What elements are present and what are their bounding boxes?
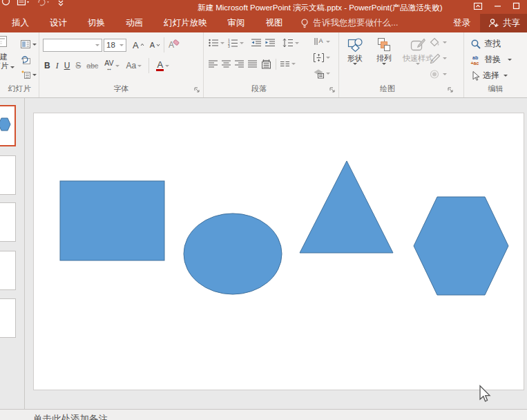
notes-pane[interactable]: 单击此处添加备注	[0, 409, 527, 420]
sign-in-button[interactable]: 登录	[443, 14, 480, 32]
paragraph-group-label: 段落	[204, 84, 314, 94]
window-controls	[473, 1, 520, 10]
tab-insert[interactable]: 插入	[1, 14, 39, 32]
shapes-button[interactable]: 形状	[341, 35, 370, 65]
section-button[interactable]	[20, 68, 37, 81]
increase-indent-button[interactable]	[264, 37, 276, 48]
tab-slideshow[interactable]: 幻灯片放映	[153, 14, 218, 32]
shrink-arrow-icon	[156, 43, 160, 47]
slide-thumbnail-5[interactable]	[0, 298, 16, 338]
bullets-icon	[208, 38, 219, 48]
shape-hexagon[interactable]	[414, 197, 508, 295]
distribute-text-button[interactable]	[260, 58, 273, 70]
shape-effects-button[interactable]	[430, 68, 447, 80]
clear-formatting-button[interactable]: A	[167, 39, 180, 51]
minimize-icon[interactable]	[494, 1, 501, 10]
font-size-combobox[interactable]: 18	[104, 39, 126, 52]
slide-canvas[interactable]	[33, 113, 524, 390]
undo-icon[interactable]	[37, 0, 50, 7]
align-center-icon	[221, 59, 231, 68]
shape-triangle[interactable]	[300, 161, 393, 253]
tab-design[interactable]: 设计	[39, 14, 77, 32]
character-spacing-button[interactable]: AV↔	[104, 59, 119, 73]
change-case-button[interactable]: Aa	[126, 60, 143, 71]
svg-text:ab: ab	[472, 55, 478, 60]
slides-group-label: 幻灯片	[0, 84, 39, 94]
grow-font-button[interactable]: A	[132, 39, 145, 51]
replace-button[interactable]: ab+ac 替换	[470, 54, 512, 66]
line-spacing-button[interactable]	[282, 37, 300, 48]
shrink-font-button[interactable]: A	[149, 40, 161, 50]
bold-button[interactable]: B	[44, 61, 50, 70]
increase-indent-icon	[265, 38, 276, 48]
tab-animations[interactable]: 动画	[115, 14, 153, 32]
share-button[interactable]: 共享	[480, 14, 527, 32]
title-bar: 新建 Microsoft PowerPoint 演示文稿.pptx - Powe…	[0, 0, 527, 14]
slide-thumbnail-4[interactable]	[0, 251, 16, 290]
tell-me-box[interactable]: 告诉我您想要做什么...	[300, 14, 399, 32]
slide-editor-area	[25, 98, 527, 409]
workspace	[0, 98, 527, 409]
justify-button[interactable]	[247, 59, 258, 69]
maximize-icon[interactable]	[512, 1, 520, 10]
replace-icon: ab+ac	[470, 55, 481, 66]
tab-transitions[interactable]: 切换	[77, 14, 115, 32]
tab-review[interactable]: 审阅	[218, 14, 256, 32]
convert-to-smartart-button[interactable]	[313, 68, 330, 79]
slide-layout-button[interactable]	[20, 38, 37, 50]
font-name-combobox[interactable]	[43, 39, 102, 52]
drawing-group-label: 绘图	[339, 84, 436, 94]
new-slide-button[interactable]: 新建 幻灯片	[0, 35, 19, 70]
align-right-button[interactable]	[233, 59, 245, 69]
text-direction-icon: A	[313, 37, 325, 47]
ribbon-display-options-icon[interactable]	[473, 1, 483, 10]
font-dialog-launcher[interactable]	[193, 86, 200, 93]
paragraph-dialog-launcher[interactable]	[329, 86, 336, 93]
select-button[interactable]: 选择	[470, 70, 508, 82]
section-icon	[20, 70, 31, 79]
shape-outline-button[interactable]	[430, 52, 447, 64]
numbering-button[interactable]: 123	[227, 37, 245, 48]
distribute-text-icon	[260, 59, 272, 69]
text-direction-button[interactable]: A	[313, 36, 330, 47]
svg-text:+ac: +ac	[471, 61, 479, 66]
italic-button[interactable]: I	[56, 61, 59, 71]
shape-outline-icon	[430, 53, 441, 64]
shape-fill-button[interactable]	[430, 37, 447, 48]
arrange-icon	[375, 37, 393, 53]
decrease-indent-button[interactable]	[250, 37, 262, 48]
find-button[interactable]: 查找	[470, 38, 501, 50]
svg-text:3: 3	[228, 44, 230, 48]
customize-qat-icon[interactable]	[57, 0, 65, 7]
align-text-icon	[313, 52, 325, 63]
slide-thumbnail-2[interactable]	[0, 155, 16, 195]
ribbon-group-editing: 查找 ab+ac 替换 选择 编辑	[464, 32, 527, 97]
text-shadow-button[interactable]: S	[75, 61, 81, 70]
slide-thumbnail-3[interactable]	[0, 202, 16, 242]
ribbon-tab-bar: 插入 设计 切换 动画 幻灯片放映 审阅 视图 告诉我您想要做什么... 登录 …	[0, 14, 527, 32]
svg-text:A: A	[319, 37, 323, 44]
underline-button[interactable]: U	[64, 61, 70, 70]
align-left-button[interactable]	[207, 59, 219, 69]
ribbon-group-drawing: 形状 排列 快速样式	[339, 32, 464, 97]
save-icon[interactable]	[17, 0, 30, 7]
slide-thumbnail-pane[interactable]	[0, 98, 25, 409]
arrange-button[interactable]: 排列	[370, 35, 399, 65]
columns-button[interactable]	[279, 59, 296, 69]
ribbon-group-slides: 新建 幻灯片 幻灯片	[0, 32, 39, 97]
shape-ellipse[interactable]	[184, 213, 282, 294]
drawing-dialog-launcher[interactable]	[447, 86, 454, 93]
strikethrough-button[interactable]: abc	[86, 61, 98, 70]
find-icon	[470, 39, 481, 50]
align-center-button[interactable]	[220, 59, 232, 69]
align-text-button[interactable]	[313, 52, 330, 63]
bullets-button[interactable]	[207, 37, 225, 48]
quick-access-toolbar	[1, 0, 65, 7]
window-title: 新建 Microsoft PowerPoint 演示文稿.pptx - Powe…	[198, 3, 443, 13]
shape-rectangle[interactable]	[60, 181, 164, 260]
touch-mode-icon[interactable]	[1, 0, 10, 7]
slide-thumbnail-1-selected[interactable]	[0, 105, 16, 146]
font-color-button[interactable]: A	[155, 60, 170, 72]
tab-view[interactable]: 视图	[256, 14, 294, 32]
reset-slide-button[interactable]	[20, 53, 31, 66]
